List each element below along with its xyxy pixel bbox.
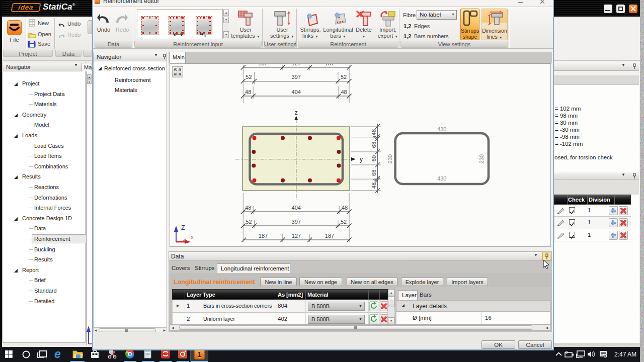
svg-text:187: 187 bbox=[259, 233, 268, 239]
svg-text:404: 404 bbox=[292, 89, 301, 95]
svg-text:48: 48 bbox=[245, 89, 251, 95]
svg-text:48: 48 bbox=[341, 89, 347, 95]
svg-text:60: 60 bbox=[371, 155, 377, 161]
svg-text:48: 48 bbox=[371, 183, 377, 189]
svg-text:230: 230 bbox=[387, 154, 393, 163]
svg-text:127: 127 bbox=[292, 64, 301, 66]
svg-text:n: n bbox=[204, 34, 206, 37]
svg-text:404: 404 bbox=[292, 205, 301, 211]
svg-text:52: 52 bbox=[246, 74, 252, 80]
svg-text:397: 397 bbox=[292, 74, 301, 80]
svg-text:68: 68 bbox=[371, 142, 377, 148]
svg-text:52: 52 bbox=[341, 219, 347, 225]
svg-text:187: 187 bbox=[325, 64, 334, 66]
svg-text:52: 52 bbox=[246, 219, 252, 225]
svg-text:230: 230 bbox=[478, 154, 485, 163]
svg-text:187: 187 bbox=[258, 64, 267, 66]
svg-text:48: 48 bbox=[245, 205, 251, 211]
svg-text:4: 4 bbox=[372, 178, 377, 180]
svg-text:187: 187 bbox=[325, 233, 334, 239]
svg-text:52: 52 bbox=[341, 74, 347, 80]
svg-text:68: 68 bbox=[371, 169, 377, 175]
svg-text:y: y bbox=[360, 156, 363, 163]
svg-text:397: 397 bbox=[292, 219, 301, 225]
svg-text:z: z bbox=[295, 109, 298, 116]
svg-text:127: 127 bbox=[292, 233, 301, 239]
svg-text:48: 48 bbox=[342, 205, 348, 211]
svg-text:430: 430 bbox=[437, 175, 446, 182]
svg-text:430: 430 bbox=[437, 126, 446, 132]
svg-text:4: 4 bbox=[372, 136, 377, 138]
svg-text:48: 48 bbox=[371, 129, 377, 135]
svg-text:x: x bbox=[191, 234, 194, 241]
svg-text:Z: Z bbox=[181, 224, 185, 231]
